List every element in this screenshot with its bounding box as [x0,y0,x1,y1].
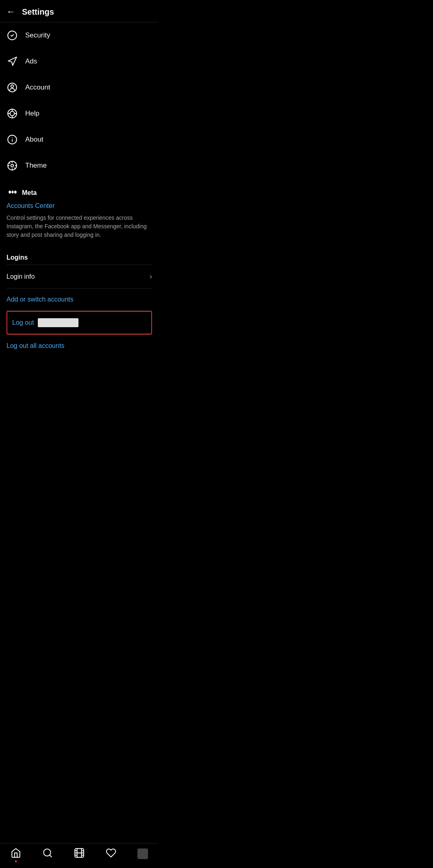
meta-logo-icon [7,188,19,197]
meta-description: Control settings for connected experienc… [7,214,152,239]
svg-point-14 [11,164,14,167]
ads-icon [7,56,18,67]
logout-wrapper: Log out [7,311,152,335]
login-info-label: Login info [7,273,35,280]
logout-highlighted-item[interactable]: Log out [7,311,152,335]
sidebar-item-help[interactable]: Help [0,101,159,127]
logins-title: Logins [7,254,152,261]
theme-icon [7,160,18,171]
sidebar-item-account[interactable]: Account [0,74,159,101]
about-icon [7,134,18,145]
account-icon [7,82,18,93]
logins-section: Logins Login info › Add or switch accoun… [0,246,159,357]
svg-point-5 [10,112,15,116]
redacted-username [38,318,78,327]
security-icon [7,30,18,41]
page-title: Settings [22,7,54,17]
help-label: Help [25,109,39,118]
sidebar-item-ads[interactable]: Ads [0,48,159,74]
sidebar-item-about[interactable]: About [0,127,159,153]
theme-label: Theme [25,162,47,170]
back-button[interactable]: ← [7,7,15,17]
svg-line-17 [9,163,10,164]
meta-logo: Meta [7,188,152,197]
accounts-center-link[interactable]: Accounts Center [7,202,152,210]
settings-header: ← Settings [0,0,159,22]
about-label: About [25,136,43,144]
sidebar-item-theme[interactable]: Theme [0,153,159,179]
logout-all-link[interactable]: Log out all accounts [7,335,152,357]
svg-point-2 [11,85,14,88]
chevron-right-icon: › [150,272,152,281]
security-label: Security [25,31,50,39]
sidebar-item-security[interactable]: Security [0,22,159,48]
meta-logo-text: Meta [22,189,37,197]
login-info-item[interactable]: Login info › [7,265,152,289]
svg-line-18 [14,168,15,168]
account-label: Account [25,83,50,92]
logout-label: Log out [12,319,34,326]
meta-section: Meta Accounts Center Control settings fo… [0,179,159,246]
help-icon [7,108,18,119]
add-switch-accounts-link[interactable]: Add or switch accounts [7,289,152,311]
ads-label: Ads [25,57,37,66]
